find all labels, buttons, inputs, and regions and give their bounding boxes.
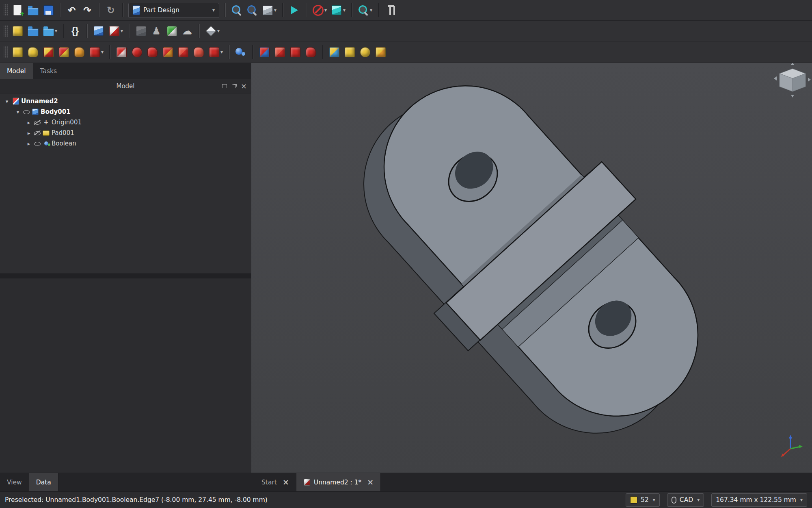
groove-button[interactable] [145,46,159,59]
part-button[interactable] [11,24,24,37]
toolbar-separator [199,24,199,38]
additive-loft-button[interactable] [41,46,55,59]
dimensions-combo[interactable]: 167.34 mm x 122.55 mm ▾ [711,493,807,507]
viewport-3d[interactable] [251,63,812,473]
revolution-icon [27,46,39,58]
navigation-cube[interactable] [774,63,811,98]
view-cursor-button[interactable]: ▾ [330,4,347,17]
create-body-button[interactable] [92,24,106,37]
visibility-icon[interactable] [33,140,41,147]
document-icon [303,479,311,486]
expand-icon[interactable]: ▸ [25,119,32,126]
status-right-controls: 52 ▾ CAD ▾ 167.34 mm x 122.55 mm ▾ [626,493,807,507]
groove-icon [147,46,158,58]
boolean-operation-button[interactable] [234,46,248,59]
tree-item-body001[interactable]: ▾Body001 [0,106,251,117]
group-button[interactable] [26,24,40,37]
visibility-icon[interactable] [22,108,30,115]
left-dock-panel: ModelTasks Model × ▾Unnamed2▾Body001▸Ori… [0,63,251,491]
doc-tab-unnamed2-1[interactable]: Unnamed2 : 1*× [296,473,381,491]
panel-title: Model [116,82,134,90]
refresh-button[interactable]: ↻ [104,4,118,17]
tree-item-boolean[interactable]: ▸Boolean [0,138,251,149]
dock-icon[interactable] [222,84,227,88]
collapse-icon[interactable]: ▾ [3,98,11,104]
group-icon [27,25,39,37]
thickness-button[interactable] [304,46,317,59]
multitransform-button[interactable] [374,46,387,59]
expression-button[interactable]: {} [68,24,82,37]
shape-binder-button[interactable]: ☁ [180,24,194,37]
tab-view[interactable]: View [0,473,29,491]
additive-helix-button[interactable] [72,46,86,59]
expand-icon[interactable]: ▸ [25,141,32,147]
close-icon[interactable]: × [241,82,247,90]
zoom-tools-button[interactable]: ▾ [356,4,374,17]
fit-selection-button[interactable] [245,4,259,17]
zoom-tools-icon [358,4,369,16]
save-icon [43,4,54,16]
visibility-off-icon[interactable] [33,129,41,137]
fillet-button[interactable] [257,46,271,59]
draft-button[interactable] [288,46,302,59]
make-link-button[interactable]: ▾ [41,24,58,37]
tree-item-label: Boolean [52,140,76,147]
open-document-button[interactable] [26,4,40,17]
appearance-button[interactable]: ▾ [204,24,221,37]
additive-helix-icon [73,46,85,58]
additive-primitive-button[interactable]: ▾ [88,46,105,59]
new-document-button[interactable] [11,4,24,17]
layer-value: 52 [641,496,649,504]
doc-tab-start[interactable]: Start× [255,473,296,491]
undo-icon: ↶ [66,4,78,16]
sync-view-button[interactable] [287,4,301,17]
redo-icon: ↷ [82,4,93,16]
chamfer-button[interactable] [273,46,287,59]
tab-tasks[interactable]: Tasks [33,63,65,79]
linear-pattern-button[interactable] [343,46,356,59]
origin-icon [42,119,50,126]
undo-button[interactable]: ↶ [65,4,79,17]
chevron-down-icon: ▾ [220,49,223,55]
tree-item-pad001[interactable]: ▸Pad001 [0,128,251,138]
model-panel-header: Model × [0,79,251,93]
additive-pipe-button[interactable] [57,46,71,59]
expression-icon: {} [69,25,81,37]
subtractive-pipe-button[interactable] [176,46,190,59]
visibility-off-icon[interactable] [33,119,41,126]
float-icon[interactable] [232,85,236,88]
tab-data[interactable]: Data [29,473,58,491]
tab-model[interactable]: Model [0,63,33,79]
subtractive-loft-button[interactable] [161,46,175,59]
measure-button[interactable] [383,4,397,17]
person-button[interactable]: ♟ [149,24,163,37]
workbench-selector[interactable]: Part Design▾ [128,3,219,18]
subtractive-helix-button[interactable] [192,46,205,59]
revolution-button[interactable] [26,46,40,59]
new-document-icon [12,4,23,16]
validate-sketch-button[interactable] [165,24,179,37]
save-button[interactable] [41,4,55,17]
toolbar-grip [4,46,8,58]
hole-button[interactable] [130,46,144,59]
redo-button[interactable]: ↷ [80,4,94,17]
draw-style-button[interactable]: ▾ [311,4,328,17]
expand-icon[interactable]: ▸ [25,130,32,136]
layer-combo[interactable]: 52 ▾ [626,493,660,507]
polar-pattern-button[interactable] [358,46,372,59]
fit-all-button[interactable] [230,4,244,17]
close-icon[interactable]: × [283,478,289,486]
navigation-style-combo[interactable]: CAD ▾ [667,493,704,507]
create-sketch-button[interactable]: ▾ [107,24,124,37]
subtractive-primitive-button[interactable]: ▾ [207,46,224,59]
additive-primitive-icon [89,46,100,58]
pad-button[interactable] [11,46,24,59]
tree-item-unnamed2[interactable]: ▾Unnamed2 [0,96,251,106]
panel-splitter[interactable] [0,274,251,278]
mirrored-button[interactable] [327,46,341,59]
close-icon[interactable]: × [367,478,374,486]
pocket-button[interactable] [114,46,128,59]
collapse-icon[interactable]: ▾ [14,109,22,115]
tree-item-origin001[interactable]: ▸Origin001 [0,117,251,128]
axonometric-view-button[interactable]: ▾ [261,4,278,17]
